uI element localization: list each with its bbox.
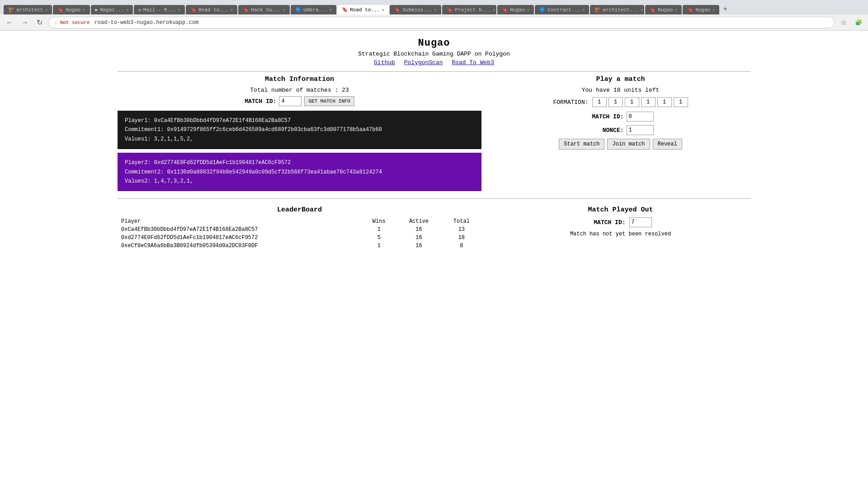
leaderboard-cell-player: 0xCa4EfBb30bDbbd4fD97eA72E1f4B168Ea2Ba8C… [118,225,362,234]
formation-input-1[interactable] [609,97,623,107]
tab-road-to-1[interactable]: 🔖Road to...✕ [186,5,237,14]
player2-address: Player2: 0xd2774E0Fd62fDD5d1AeFc1b190481… [125,158,474,167]
match-status-text: Match has not yet been resolved [491,231,750,237]
right-panel: Play a match You have 18 units left FORM… [491,75,750,150]
action-buttons: Start match Join match Reveal [491,139,750,150]
play-match-id-input[interactable] [627,112,654,122]
match-played-id-input[interactable] [629,217,652,227]
bookmark-btn[interactable]: ☆ [838,17,849,28]
security-warning-icon: ⚠ [54,19,57,25]
browser-tabs-bar: 🏗️architect✕ 🔖Nugao✕ ▶Magaz...✕ ✉Mail - … [0,0,868,14]
total-matches: Total number of matches : 23 [118,87,481,94]
github-link[interactable]: Github [374,59,395,66]
app-content: Nugao Strategic Blockchain Gaming DAPP o… [108,31,760,257]
app-title: Nugao [118,38,750,49]
security-label: Not secure [60,20,90,25]
leaderboard-cell-total: 13 [442,225,481,234]
address-bar[interactable]: ⚠ Not secure road-to-web3-nugao.herokuap… [48,17,835,28]
nonce-input[interactable] [627,125,654,135]
match-info-title: Match Information [118,75,481,83]
player1-address: Player1: 0xCa4EfBb30bDbbd4fD97eA72E1f4B1… [125,116,474,125]
formation-input-5[interactable] [674,97,688,107]
player2-card: Player2: 0xd2774E0Fd62fDD5d1AeFc1b190481… [118,153,481,191]
leaderboard-row: 0xd2774E0Fd62fDD5d1AeFc1b1904817eAC6cF95… [118,234,481,242]
tab-nugao-2[interactable]: 🔖Nugao✕ [497,5,534,14]
player2-values: Values2: 1,4,7,3,2,1, [125,177,474,186]
formation-input-3[interactable] [641,97,656,107]
forward-btn[interactable]: → [19,18,31,28]
play-match-id-label: MATCH ID: [588,113,624,120]
leaderboard-cell-active: 16 [396,234,441,242]
play-match-title: Play a match [491,75,750,83]
tab-nugao-3[interactable]: 🔖Nugao✕ [645,5,682,14]
leaderboard-title: LeaderBoard [118,206,481,214]
extensions-btn[interactable]: 🧩 [853,18,864,27]
bottom-layout: LeaderBoard Player Wins Active Total 0xC… [118,206,750,250]
leaderboard-cell-wins: 1 [362,225,396,234]
leaderboard-cell-total: 18 [442,234,481,242]
play-match-id-row: MATCH ID: [491,112,750,122]
tab-nugao-1[interactable]: 🔖Nugao✕ [53,5,90,14]
tab-umbra[interactable]: 🔷Umbra...✕ [291,5,336,14]
app-links: Github PolygonScan Road To Web3 [118,59,750,66]
url-display: road-to-web3-nugao.herokuapp.com [94,19,198,26]
leaderboard-cell-player: 0xd2774E0Fd62fDD5d1AeFc1b1904817eAC6cF95… [118,234,362,242]
match-id-label: MATCH ID: [245,98,276,105]
formation-input-4[interactable] [657,97,672,107]
new-tab-btn[interactable]: + [720,5,730,14]
join-match-button[interactable]: Join match [607,139,650,150]
leaderboard-cell-wins: 1 [362,242,396,250]
formation-input-2[interactable] [625,97,639,107]
leaderboard-table: Player Wins Active Total 0xCa4EfBb30bDbb… [118,217,481,250]
col-player: Player [118,217,362,225]
tab-arch2[interactable]: 🏗️architect...✕ [590,5,644,14]
polygonscan-link[interactable]: PolygonScan [404,59,443,66]
player1-commitment: Commitment1: 0x9149729f865ff2c6ceb6d4265… [125,125,474,134]
leaderboard-cell-total: 8 [442,242,481,250]
units-text: You have 18 units left [491,87,750,94]
reveal-button[interactable]: Reveal [653,139,682,150]
match-played-id-label: MATCH ID: [590,219,626,226]
col-active: Active [396,217,441,225]
leaderboard-row: 0xCa4EfBb30bDbbd4fD97eA72E1f4B168Ea2Ba8C… [118,225,481,234]
leaderboard-cell-active: 16 [396,225,441,234]
left-panel: Match Information Total number of matche… [118,75,481,195]
refresh-btn[interactable]: ↻ [34,17,45,28]
get-match-info-button[interactable]: GET MATCH INFO [304,96,354,106]
formation-row: FORMATION: [491,97,750,107]
player1-card: Player1: 0xCa4EfBb30bDbbd4fD97eA72E1f4B1… [118,111,481,149]
top-divider [118,71,750,72]
tab-mail[interactable]: ✉Mail - M...✕ [134,5,185,14]
road-to-web3-link[interactable]: Road To Web3 [452,59,494,66]
match-played-id-row: MATCH ID: [491,217,750,227]
tab-hacksu[interactable]: 🔖Hack Su...✕ [238,5,290,14]
formation-input-0[interactable] [592,97,607,107]
tab-submiss[interactable]: 🔖Submiss...✕ [390,5,441,14]
tab-road-active[interactable]: 🔖Road to...✕ [337,5,389,14]
back-btn[interactable]: ← [4,18,15,28]
tab-architect[interactable]: 🏗️architect✕ [4,5,52,14]
player2-commitment: Commitment2: 0x1130d0a08832f94b0e542949a… [125,168,474,177]
leaderboard-header-row: Player Wins Active Total [118,217,481,225]
leaderboard-cell-wins: 5 [362,234,396,242]
leaderboard-section: LeaderBoard Player Wins Active Total 0xC… [118,206,481,250]
play-nonce-row: NONCE: [491,125,750,135]
formation-label: FORMATION: [553,99,588,106]
leaderboard-row: 0xeCf0eC9A6a6bBa3B0924dfb05394d0a2DC03F0… [118,242,481,250]
nonce-label: NONCE: [588,127,624,134]
main-layout: Match Information Total number of matche… [118,75,750,195]
leaderboard-cell-active: 16 [396,242,441,250]
app-subtitle: Strategic Blockchain Gaming DAPP on Poly… [118,51,750,57]
match-id-input[interactable] [279,96,302,106]
match-id-row: MATCH ID: GET MATCH INFO [118,96,481,106]
tab-project[interactable]: 🔖Project b...✕ [442,5,496,14]
start-match-button[interactable]: Start match [559,139,604,150]
col-total: Total [442,217,481,225]
tab-magaz[interactable]: ▶Magaz...✕ [91,5,133,14]
bottom-divider [118,198,750,199]
match-played-section: Match Played Out MATCH ID: Match has not… [491,206,750,237]
match-played-title: Match Played Out [491,206,750,214]
address-bar-row: ← → ↻ ⚠ Not secure road-to-web3-nugao.he… [0,14,868,31]
tab-nugao-4[interactable]: 🔖Nugao✕ [683,5,719,14]
tab-contract[interactable]: 🔷Contract...✕ [535,5,589,14]
